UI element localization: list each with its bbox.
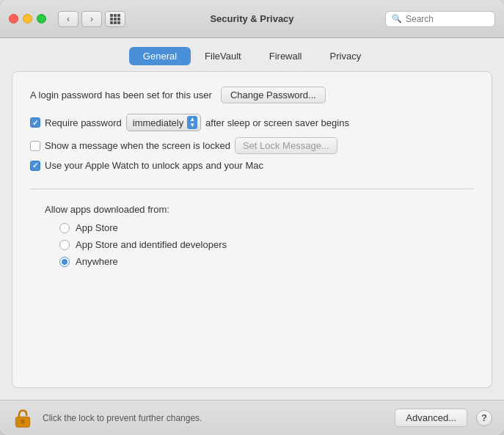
allow-apps-section: Allow apps downloaded from: App Store Ap… bbox=[30, 204, 474, 267]
svg-rect-2 bbox=[22, 421, 23, 424]
forward-icon: › bbox=[90, 14, 93, 24]
help-button[interactable]: ? bbox=[476, 410, 492, 426]
radio-app-store-identified-label: App Store and identified developers bbox=[76, 239, 227, 250]
set-lock-message-button: Set Lock Message... bbox=[235, 137, 337, 154]
show-message-label: Show a message when the screen is locked bbox=[45, 140, 230, 151]
grid-button[interactable] bbox=[105, 11, 125, 27]
search-input[interactable] bbox=[406, 14, 489, 24]
radio-app-store[interactable]: App Store bbox=[59, 222, 474, 233]
search-icon: 🔍 bbox=[392, 14, 402, 23]
nav-buttons: ‹ › bbox=[58, 11, 102, 27]
lock-icon-container[interactable] bbox=[12, 407, 34, 429]
require-password-row: Require password immediately ▲ ▼ after s… bbox=[30, 114, 474, 131]
close-button[interactable] bbox=[9, 14, 18, 23]
back-button[interactable]: ‹ bbox=[58, 11, 78, 27]
login-password-label: A login password has been set for this u… bbox=[30, 89, 212, 100]
radio-anywhere-button[interactable] bbox=[59, 257, 70, 267]
lock-icon bbox=[13, 408, 32, 428]
tab-filevault[interactable]: FileVault bbox=[191, 47, 255, 65]
traffic-lights bbox=[9, 14, 46, 23]
login-password-section: A login password has been set for this u… bbox=[30, 87, 474, 103]
main-window: ‹ › Security & Privacy 🔍 General FileVau… bbox=[0, 0, 504, 435]
lock-text: Click the lock to prevent further change… bbox=[43, 413, 386, 423]
require-password-checkbox[interactable] bbox=[30, 117, 40, 128]
require-password-label: Require password bbox=[45, 117, 122, 128]
password-timing-dropdown[interactable]: immediately ▲ ▼ bbox=[126, 114, 201, 131]
allow-apps-label: Allow apps downloaded from: bbox=[45, 204, 474, 215]
after-sleep-label: after sleep or screen saver begins bbox=[205, 117, 349, 128]
radio-anywhere[interactable]: Anywhere bbox=[59, 256, 474, 267]
dropdown-value: immediately bbox=[133, 117, 183, 128]
maximize-button[interactable] bbox=[37, 14, 46, 23]
settings-panel: A login password has been set for this u… bbox=[12, 71, 492, 388]
arrow-down-icon: ▼ bbox=[189, 123, 195, 128]
back-icon: ‹ bbox=[67, 14, 70, 24]
apple-watch-label: Use your Apple Watch to unlock apps and … bbox=[45, 160, 263, 171]
radio-app-store-label: App Store bbox=[76, 222, 118, 233]
radio-app-store-button[interactable] bbox=[59, 223, 70, 233]
tab-firewall[interactable]: Firewall bbox=[255, 47, 316, 65]
search-box[interactable]: 🔍 bbox=[385, 11, 495, 27]
window-title: Security & Privacy bbox=[210, 13, 293, 24]
apple-watch-checkbox[interactable] bbox=[30, 161, 40, 171]
tab-bar: General FileVault Firewall Privacy bbox=[0, 38, 504, 71]
grid-icon bbox=[110, 14, 120, 24]
dropdown-arrows: ▲ ▼ bbox=[187, 116, 197, 129]
content-area: General FileVault Firewall Privacy A log… bbox=[0, 38, 504, 400]
radio-app-store-identified-button[interactable] bbox=[59, 240, 70, 250]
apple-watch-row: Use your Apple Watch to unlock apps and … bbox=[30, 160, 474, 171]
section-divider bbox=[30, 189, 474, 189]
minimize-button[interactable] bbox=[23, 14, 32, 23]
radio-group: App Store App Store and identified devel… bbox=[59, 222, 474, 267]
tab-general[interactable]: General bbox=[129, 47, 191, 65]
show-message-row: Show a message when the screen is locked… bbox=[30, 137, 474, 154]
advanced-button[interactable]: Advanced... bbox=[395, 409, 467, 427]
forward-button[interactable]: › bbox=[81, 11, 102, 27]
radio-app-store-identified[interactable]: App Store and identified developers bbox=[59, 239, 474, 250]
radio-anywhere-label: Anywhere bbox=[76, 256, 118, 267]
tab-privacy[interactable]: Privacy bbox=[316, 47, 376, 65]
titlebar: ‹ › Security & Privacy 🔍 bbox=[0, 0, 504, 38]
change-password-button[interactable]: Change Password... bbox=[221, 87, 326, 103]
show-message-checkbox[interactable] bbox=[30, 141, 40, 151]
bottom-bar: Click the lock to prevent further change… bbox=[0, 400, 504, 435]
